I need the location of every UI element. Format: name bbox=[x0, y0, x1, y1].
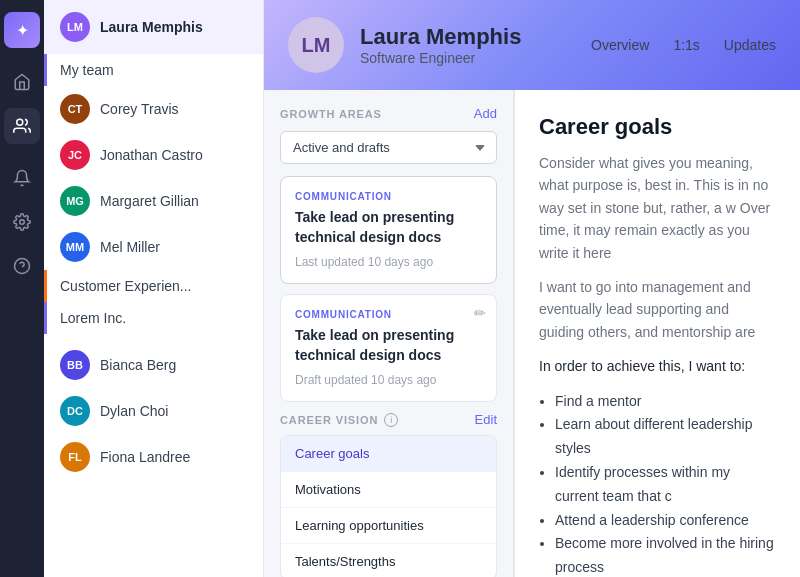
fiona-avatar: FL bbox=[60, 442, 90, 472]
career-goals-intro: Consider what gives you meaning, what pu… bbox=[539, 152, 776, 264]
profile-avatar: LM bbox=[288, 17, 344, 73]
career-goals-subtitle: In order to achieve this, I want to: bbox=[539, 355, 776, 377]
growth-panel: GROWTH AREAS Add Active and drafts Activ… bbox=[264, 90, 514, 577]
growth-card-draft-title: Take lead on presenting technical design… bbox=[295, 326, 482, 365]
team-member-jonathan[interactable]: JC Jonathan Castro bbox=[44, 132, 263, 178]
team-member-margaret[interactable]: MG Margaret Gillian bbox=[44, 178, 263, 224]
team-member-fiona[interactable]: FL Fiona Landree bbox=[44, 434, 263, 480]
career-vision-item-motivations[interactable]: Motivations bbox=[281, 472, 496, 508]
growth-card-active-meta: Last updated 10 days ago bbox=[295, 255, 482, 269]
draft-edit-icon[interactable]: ✏ bbox=[474, 305, 486, 321]
team-member-bianca[interactable]: BB Bianca Berg bbox=[44, 342, 263, 388]
dylan-name: Dylan Choi bbox=[100, 403, 168, 419]
growth-card-draft-meta: Draft updated 10 days ago bbox=[295, 373, 482, 387]
profile-title: Software Engineer bbox=[360, 50, 575, 66]
jonathan-name: Jonathan Castro bbox=[100, 147, 203, 163]
team-member-dylan[interactable]: DC Dylan Choi bbox=[44, 388, 263, 434]
career-vision-item-goals[interactable]: Career goals bbox=[281, 436, 496, 472]
lorem-group-name: Lorem Inc. bbox=[60, 310, 126, 326]
team-sidebar: LM Laura Memphis My team CT Corey Travis… bbox=[44, 0, 264, 577]
fiona-name: Fiona Landree bbox=[100, 449, 190, 465]
margaret-name: Margaret Gillian bbox=[100, 193, 199, 209]
career-vision-section: CAREER VISION i Edit Career goals Motiva… bbox=[280, 412, 497, 577]
profile-header: LM Laura Memphis Software Engineer Overv… bbox=[264, 0, 800, 90]
tab-1on1s[interactable]: 1:1s bbox=[673, 33, 699, 57]
bianca-avatar: BB bbox=[60, 350, 90, 380]
content-body: GROWTH AREAS Add Active and drafts Activ… bbox=[264, 90, 800, 577]
right-panel: Career goals Consider what gives you mea… bbox=[514, 90, 800, 577]
lorem-inc-group[interactable]: Lorem Inc. bbox=[44, 302, 263, 334]
bell-icon[interactable] bbox=[4, 160, 40, 196]
bullet-2: Learn about different leadership styles bbox=[555, 413, 776, 461]
sidebar-icons: ✦ bbox=[0, 0, 44, 577]
tab-updates[interactable]: Updates bbox=[724, 33, 776, 57]
profile-tabs: Overview 1:1s Updates bbox=[591, 33, 776, 57]
mel-name: Mel Miller bbox=[100, 239, 160, 255]
tab-overview[interactable]: Overview bbox=[591, 33, 649, 57]
add-growth-link[interactable]: Add bbox=[474, 106, 497, 121]
active-user-item[interactable]: LM Laura Memphis bbox=[44, 0, 263, 54]
jonathan-avatar: JC bbox=[60, 140, 90, 170]
bullet-1: Find a mentor bbox=[555, 390, 776, 414]
customer-group-name: Customer Experien... bbox=[60, 278, 192, 294]
career-vision-title-row: CAREER VISION i bbox=[280, 413, 398, 427]
profile-info: Laura Memphis Software Engineer bbox=[360, 24, 575, 66]
main-content: LM Laura Memphis Software Engineer Overv… bbox=[264, 0, 800, 577]
team-member-mel[interactable]: MM Mel Miller bbox=[44, 224, 263, 270]
active-user-name: Laura Memphis bbox=[100, 19, 203, 35]
corey-avatar: CT bbox=[60, 94, 90, 124]
growth-filter-dropdown[interactable]: Active and drafts Active Drafts Archived bbox=[280, 131, 497, 164]
svg-point-1 bbox=[20, 220, 25, 225]
career-vision-item-talents[interactable]: Talents/Strengths bbox=[281, 544, 496, 577]
my-team-label: My team bbox=[60, 62, 114, 78]
career-vision-list: Career goals Motivations Learning opport… bbox=[280, 435, 497, 577]
career-goals-body: I want to go into management and eventua… bbox=[539, 276, 776, 343]
dylan-avatar: DC bbox=[60, 396, 90, 426]
career-vision-info-icon[interactable]: i bbox=[384, 413, 398, 427]
svg-point-0 bbox=[17, 119, 23, 125]
my-team-section[interactable]: My team bbox=[44, 54, 263, 86]
growth-section-header: GROWTH AREAS Add bbox=[280, 106, 497, 121]
corey-name: Corey Travis bbox=[100, 101, 179, 117]
career-goals-bullets: Find a mentor Learn about different lead… bbox=[555, 390, 776, 577]
growth-card-draft[interactable]: ✏ COMMUNICATION Take lead on presenting … bbox=[280, 294, 497, 402]
growth-card-active-category: COMMUNICATION bbox=[295, 191, 482, 202]
career-vision-title: CAREER VISION bbox=[280, 414, 378, 426]
team-member-corey[interactable]: CT Corey Travis bbox=[44, 86, 263, 132]
active-user-avatar: LM bbox=[60, 12, 90, 42]
bullet-3: Identify processes within my current tea… bbox=[555, 461, 776, 509]
growth-card-draft-category: COMMUNICATION bbox=[295, 309, 482, 320]
bullet-4: Attend a leadership conference bbox=[555, 509, 776, 533]
bullet-5: Become more involved in the hiring proce… bbox=[555, 532, 776, 577]
logo-icon[interactable]: ✦ bbox=[4, 12, 40, 48]
career-vision-edit-link[interactable]: Edit bbox=[475, 412, 497, 427]
settings-icon[interactable] bbox=[4, 204, 40, 240]
career-vision-item-learning[interactable]: Learning opportunities bbox=[281, 508, 496, 544]
growth-section-title: GROWTH AREAS bbox=[280, 108, 382, 120]
growth-card-active-title: Take lead on presenting technical design… bbox=[295, 208, 482, 247]
team-icon[interactable] bbox=[4, 108, 40, 144]
career-vision-header: CAREER VISION i Edit bbox=[280, 412, 497, 427]
mel-avatar: MM bbox=[60, 232, 90, 262]
career-goals-title: Career goals bbox=[539, 114, 776, 140]
bianca-name: Bianca Berg bbox=[100, 357, 176, 373]
customer-experience-group[interactable]: Customer Experien... bbox=[44, 270, 263, 302]
growth-card-active[interactable]: COMMUNICATION Take lead on presenting te… bbox=[280, 176, 497, 284]
home-icon[interactable] bbox=[4, 64, 40, 100]
profile-name: Laura Memphis bbox=[360, 24, 575, 50]
margaret-avatar: MG bbox=[60, 186, 90, 216]
help-icon[interactable] bbox=[4, 248, 40, 284]
